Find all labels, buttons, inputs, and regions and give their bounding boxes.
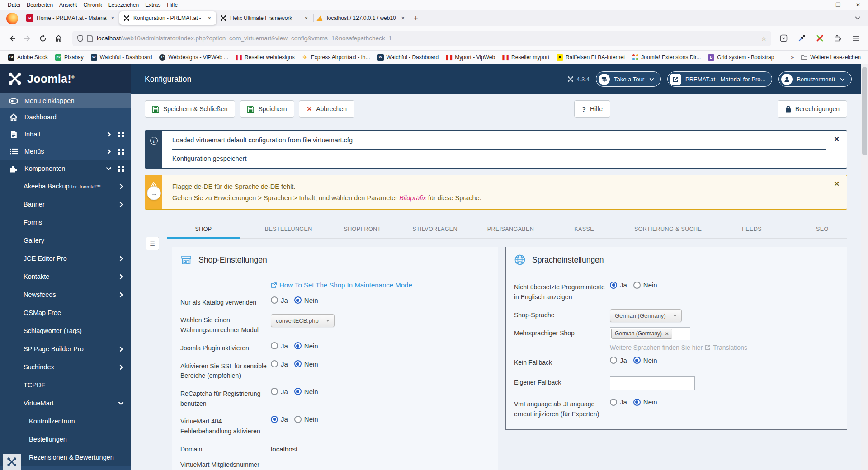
- bookmark-adobe-stock[interactable]: StAdobe Stock: [5, 53, 51, 62]
- sidebar-item-kontakte[interactable]: Kontakte: [0, 268, 131, 286]
- sidebar-item-dashboard[interactable]: Dashboard: [0, 108, 131, 126]
- bookmark-bootstrap[interactable]: BGrid system - Bootstrap: [705, 53, 777, 62]
- dashboard-grid-icon[interactable]: [118, 149, 124, 155]
- radio-nein[interactable]: Nein: [294, 415, 318, 423]
- page-scrollbar[interactable]: [861, 64, 868, 470]
- tab-close-icon[interactable]: ✕: [303, 15, 309, 21]
- app-menu-icon[interactable]: [848, 31, 863, 46]
- multilanguage-tagbox[interactable]: German (Germany)✕: [610, 327, 690, 340]
- radio-nein[interactable]: Nein: [294, 342, 318, 350]
- sidebar-item-komponenten[interactable]: Komponenten: [0, 160, 131, 177]
- tab-seo[interactable]: SEO: [797, 221, 847, 238]
- tab-feeds[interactable]: FEEDS: [727, 221, 777, 238]
- save-button[interactable]: Speichern: [240, 100, 294, 118]
- tab-close-icon[interactable]: ✕: [110, 15, 116, 21]
- home-icon[interactable]: [51, 31, 66, 46]
- panel-menu-button[interactable]: ☰: [146, 237, 159, 250]
- sidebar-item-menu-einklappen[interactable]: Menü einklappen: [0, 93, 131, 108]
- sidebar-item-sp-page-builder[interactable]: SP Page Builder Pro: [0, 340, 131, 358]
- sidebar-item-bestellungen[interactable]: Bestellungen: [0, 430, 131, 448]
- reload-icon[interactable]: [35, 31, 51, 46]
- radio-ja[interactable]: Ja: [610, 281, 627, 289]
- bookmark-myport[interactable]: ❚❚Myport - VipWeb: [443, 53, 498, 62]
- joomla-badge[interactable]: [3, 454, 21, 470]
- bookmark-star-icon[interactable]: ☆: [761, 35, 767, 42]
- radio-ja[interactable]: Ja: [271, 415, 288, 423]
- sidebar-item-akeeba-backup[interactable]: Akeeba Backup for Joomla!™: [0, 177, 131, 195]
- tag-remove-icon[interactable]: ✕: [665, 331, 669, 336]
- tab-shopfront[interactable]: SHOPFRONT: [337, 221, 387, 238]
- bookmark-airporttaxi[interactable]: ✈Express Airporttaxi - Ih...: [299, 53, 373, 62]
- shop-language-select[interactable]: German (Germany): [610, 309, 682, 322]
- url-text[interactable]: localhost/web10/administrator/index.php?…: [97, 35, 757, 42]
- radio-ja[interactable]: Ja: [271, 296, 288, 304]
- tab-sortierung-suche[interactable]: SORTIERUNG & SUCHE: [630, 221, 706, 238]
- tab-close-icon[interactable]: ✕: [400, 15, 406, 21]
- radio-ja[interactable]: Ja: [610, 357, 627, 364]
- bookmark-reseller-myport[interactable]: ❚❚Reseller myport: [500, 53, 552, 62]
- bookmark-watchful[interactable]: WWatchful - Dashboard: [88, 53, 155, 62]
- dashboard-grid-icon[interactable]: [118, 166, 124, 172]
- language-tag[interactable]: German (Germany)✕: [611, 329, 672, 339]
- menu-chronik[interactable]: Chronik: [80, 1, 105, 9]
- translations-link[interactable]: Translations: [713, 344, 747, 351]
- tab-kasse[interactable]: KASSE: [559, 221, 609, 238]
- sidebar-item-banner[interactable]: Banner: [0, 195, 131, 213]
- maintenance-mode-link[interactable]: How To Set The Shop In Maintenance Mode: [271, 281, 412, 289]
- radio-ja[interactable]: Ja: [271, 342, 288, 350]
- radio-ja[interactable]: Ja: [610, 398, 627, 406]
- radio-nein[interactable]: Nein: [633, 357, 657, 364]
- sidebar-item-gallery[interactable]: Gallery: [0, 231, 131, 249]
- close-icon[interactable]: ✕: [834, 180, 840, 188]
- browser-tab-helix[interactable]: Helix Ultimate Framework ✕: [216, 11, 313, 25]
- take-a-tour-button[interactable]: Take a Tour: [596, 71, 661, 87]
- more-bookmarks-button[interactable]: Weitere Lesezeichen: [798, 53, 863, 62]
- menu-datei[interactable]: Datei: [5, 1, 24, 9]
- bookmark-pixabay[interactable]: pxPixabay: [52, 53, 86, 62]
- tab-preisangaben[interactable]: PREISANGABEN: [483, 221, 538, 238]
- sidebar-item-suchindex[interactable]: Suchindex: [0, 358, 131, 376]
- page-info-icon[interactable]: [87, 35, 93, 42]
- list-all-tabs-icon[interactable]: [851, 12, 864, 24]
- back-icon[interactable]: [5, 31, 20, 46]
- bookmark-raiffeisen[interactable]: ✕Raiffeisen ELBA-internet: [554, 53, 627, 62]
- browser-tab-konfiguration[interactable]: Konfiguration - PREMAT.at - M ✕: [119, 11, 216, 25]
- menu-bearbeiten[interactable]: Bearbeiten: [24, 1, 56, 9]
- forward-icon[interactable]: [20, 31, 35, 46]
- radio-ja[interactable]: Ja: [271, 388, 288, 395]
- sidebar-item-forms[interactable]: Forms: [0, 213, 131, 231]
- permissions-button[interactable]: Berechtigungen: [778, 100, 847, 118]
- tab-bestellungen[interactable]: BESTELLUNGEN: [260, 221, 317, 238]
- sidebar-item-menus[interactable]: Menüs: [0, 143, 131, 160]
- help-button[interactable]: ? Hilfe: [574, 100, 610, 118]
- close-icon[interactable]: ✕: [834, 135, 840, 143]
- radio-nein[interactable]: Nein: [633, 398, 657, 406]
- extension-x-icon[interactable]: [812, 31, 827, 46]
- sidebar-item-tcpdf[interactable]: TCPDF: [0, 376, 131, 394]
- cancel-button[interactable]: ✕ Abbrechen: [299, 100, 354, 118]
- bookmarks-overflow-chevron[interactable]: »: [788, 54, 797, 61]
- eyedropper-icon[interactable]: [794, 31, 809, 46]
- bookmark-webdesigns[interactable]: PWebdesigns - ViPWeb ...: [156, 53, 231, 62]
- menu-lesezeichen[interactable]: Lesezeichen: [105, 1, 142, 9]
- pocket-chevron-icon[interactable]: [776, 31, 791, 46]
- bookmark-reseller-webdesigns[interactable]: ❚❚Reseller webdesigns: [233, 53, 297, 62]
- dashboard-grid-icon[interactable]: [118, 132, 124, 137]
- scrollbar-thumb[interactable]: [862, 67, 867, 155]
- currency-module-select[interactable]: convertECB.php: [271, 314, 335, 327]
- sidebar-item-inhalt[interactable]: Inhalt: [0, 126, 131, 143]
- window-restore-button[interactable]: ❐: [828, 0, 848, 10]
- browser-tab-phpmyadmin[interactable]: localhost / 127.0.0.1 / web10 | p ✕: [313, 11, 410, 25]
- bookmark-joomla-extensions[interactable]: Joomla! Extensions Dir...: [629, 53, 703, 62]
- sidebar-item-osmap[interactable]: OSMap Free: [0, 304, 131, 322]
- own-fallback-input[interactable]: [610, 376, 695, 390]
- menu-extras[interactable]: Extras: [142, 1, 164, 9]
- sidebar-item-newsfeeds[interactable]: Newsfeeds: [0, 286, 131, 304]
- sidebar-item-tags[interactable]: Schlagwörter (Tags): [0, 322, 131, 340]
- new-tab-button[interactable]: +: [410, 12, 422, 24]
- preview-site-button[interactable]: PREMAT.at - Material for Pro...: [667, 71, 772, 87]
- menu-ansicht[interactable]: Ansicht: [56, 1, 80, 9]
- collapse-arrow-button[interactable]: →: [147, 186, 161, 200]
- radio-nein[interactable]: Nein: [294, 296, 318, 304]
- window-minimize-button[interactable]: —: [808, 0, 828, 10]
